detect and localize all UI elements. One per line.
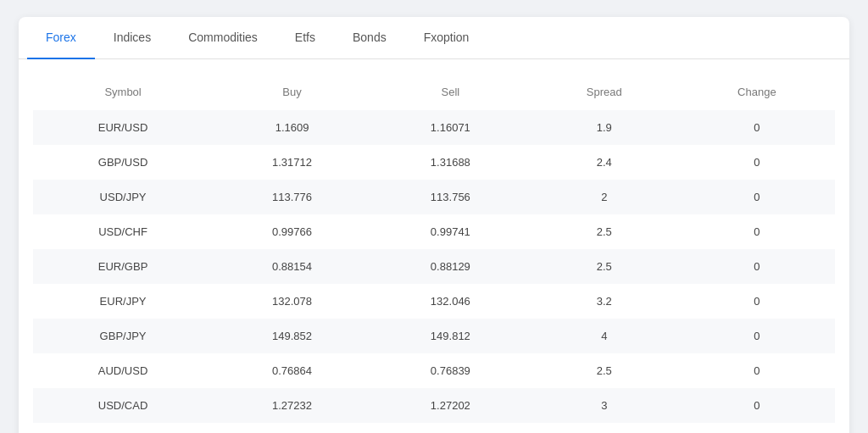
cell-sell: 0.88129 [371, 249, 530, 284]
cell-spread: 3 [530, 423, 679, 433]
cell-spread: 3 [530, 388, 679, 423]
cell-buy: 149.852 [213, 319, 371, 353]
table-row: NZD/USD0.692890.6925930 [33, 423, 836, 433]
cell-sell: 113.756 [371, 180, 530, 214]
cell-symbol: AUD/USD [33, 353, 214, 388]
cell-spread: 2 [530, 180, 679, 214]
table-row: GBP/USD1.317121.316882.40 [33, 145, 836, 180]
table-row: AUD/USD0.768640.768392.50 [33, 353, 836, 388]
col-header-change: Change [679, 74, 836, 111]
table-row: USD/JPY113.776113.75620 [33, 180, 836, 214]
forex-table: SymbolBuySellSpreadChange EUR/USD1.16091… [32, 73, 836, 433]
col-header-sell: Sell [371, 74, 530, 111]
cell-sell: 0.76839 [371, 353, 530, 388]
cell-sell: 1.31688 [371, 145, 530, 180]
cell-sell: 1.16071 [371, 110, 530, 145]
cell-symbol: EUR/USD [33, 110, 214, 145]
cell-spread: 3.2 [530, 284, 679, 319]
main-container: ForexIndicesCommoditiesEtfsBondsFxoption… [19, 17, 849, 433]
table-body: EUR/USD1.16091.160711.90GBP/USD1.317121.… [33, 110, 836, 433]
col-header-symbol: Symbol [33, 74, 214, 111]
cell-symbol: USD/JPY [33, 180, 214, 214]
cell-spread: 2.4 [530, 145, 679, 180]
table-header: SymbolBuySellSpreadChange [33, 74, 836, 111]
cell-sell: 0.99741 [371, 214, 530, 249]
cell-change: 0 [679, 214, 836, 249]
cell-buy: 113.776 [213, 180, 371, 214]
cell-sell: 132.046 [371, 284, 530, 319]
table-wrapper: SymbolBuySellSpreadChange EUR/USD1.16091… [19, 59, 849, 433]
table-row: USD/CHF0.997660.997412.50 [33, 214, 836, 249]
cell-spread: 2.5 [530, 249, 679, 284]
cell-sell: 149.812 [371, 319, 530, 353]
tab-bar: ForexIndicesCommoditiesEtfsBondsFxoption [19, 17, 849, 59]
cell-change: 0 [679, 180, 836, 214]
cell-change: 0 [679, 110, 836, 145]
cell-change: 0 [679, 319, 836, 353]
tab-indices[interactable]: Indices [95, 17, 170, 59]
cell-change: 0 [679, 284, 836, 319]
cell-change: 0 [679, 423, 836, 433]
cell-buy: 0.69289 [213, 423, 371, 433]
cell-symbol: USD/CHF [33, 214, 214, 249]
cell-buy: 0.88154 [213, 249, 371, 284]
cell-change: 0 [679, 145, 836, 180]
cell-buy: 0.76864 [213, 353, 371, 388]
cell-buy: 1.27232 [213, 388, 371, 423]
cell-spread: 2.5 [530, 353, 679, 388]
cell-symbol: EUR/GBP [33, 249, 214, 284]
table-row: EUR/USD1.16091.160711.90 [33, 110, 836, 145]
table-row: USD/CAD1.272321.2720230 [33, 388, 836, 423]
cell-spread: 2.5 [530, 214, 679, 249]
cell-spread: 4 [530, 319, 679, 353]
tab-forex[interactable]: Forex [27, 17, 95, 59]
tab-bonds[interactable]: Bonds [334, 17, 405, 59]
tab-etfs[interactable]: Etfs [276, 17, 334, 59]
cell-symbol: USD/CAD [33, 388, 214, 423]
cell-buy: 0.99766 [213, 214, 371, 249]
cell-buy: 1.31712 [213, 145, 371, 180]
cell-symbol: EUR/JPY [33, 284, 214, 319]
tab-commodities[interactable]: Commodities [170, 17, 276, 59]
table-row: EUR/GBP0.881540.881292.50 [33, 249, 836, 284]
col-header-buy: Buy [213, 74, 371, 111]
col-header-spread: Spread [530, 74, 679, 111]
tab-fxoption[interactable]: Fxoption [405, 17, 488, 59]
cell-sell: 0.69259 [371, 423, 530, 433]
cell-symbol: GBP/USD [33, 145, 214, 180]
table-row: GBP/JPY149.852149.81240 [33, 319, 836, 353]
cell-change: 0 [679, 353, 836, 388]
cell-buy: 132.078 [213, 284, 371, 319]
cell-buy: 1.1609 [213, 110, 371, 145]
cell-change: 0 [679, 388, 836, 423]
cell-change: 0 [679, 249, 836, 284]
cell-spread: 1.9 [530, 110, 679, 145]
cell-symbol: GBP/JPY [33, 319, 214, 353]
cell-sell: 1.27202 [371, 388, 530, 423]
cell-symbol: NZD/USD [33, 423, 214, 433]
table-row: EUR/JPY132.078132.0463.20 [33, 284, 836, 319]
header-row: SymbolBuySellSpreadChange [33, 74, 836, 111]
